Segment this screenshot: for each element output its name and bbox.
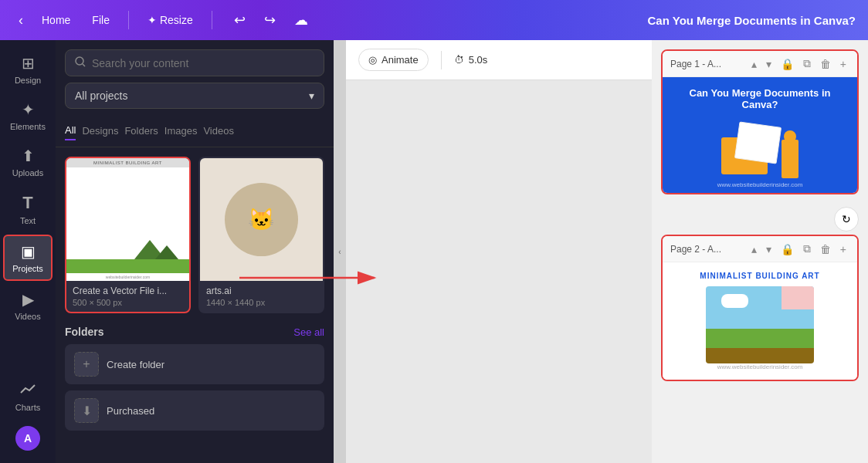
grid-item-1[interactable]: MINIMALIST BUILDING ART websitebuilderin… [65,157,191,313]
text-icon: T [22,193,32,213]
duration-display[interactable]: ⏱ 5.0s [454,54,488,66]
purchased-item[interactable]: ⬇ Purchased [65,390,324,431]
page-card-2: Page 2 - A... ▴ ▾ 🔒 ⧉ 🗑 + MINIMALIST BUI… [661,235,859,381]
file-button[interactable]: File [83,9,119,31]
purchased-label: Purchased [107,405,154,417]
arrow-overlay [346,247,386,309]
page1-add-button[interactable]: + [837,56,849,72]
page1-illustration [721,118,798,184]
page-card-1: Page 1 - A... ▴ ▾ 🔒 ⧉ 🗑 + Can You Merge … [661,49,859,194]
purchased-icon: ⬇ [74,398,99,423]
search-input[interactable] [92,57,314,69]
filter-tabs: All Designs Folders Images Videos [56,115,334,147]
page1-footer-url: www.websitebuilderinsider.com [717,181,803,188]
page1-thumbnail: Can You Merge Documents in Canva? www.we… [663,77,857,193]
page1-chevron-up[interactable]: ▴ [748,56,760,72]
sidebar-item-charts[interactable]: Charts [3,376,53,418]
svg-point-0 [76,57,83,65]
page1-title: Page 1 - A... [670,59,721,69]
left-panel: All projects ▾ All Designs Folders Image… [56,40,334,463]
grid-item-2[interactable]: 🐱 arts.ai 1440 × 1440 px [198,157,324,313]
back-button[interactable]: ‹ [12,9,29,32]
page-card-header-1: Page 1 - A... ▴ ▾ 🔒 ⧉ 🗑 + [663,51,857,77]
refresh-area: ↻ [661,207,859,231]
grid-item-thumb-2: 🐱 [200,158,323,281]
grid-item-info-2: arts.ai 1440 × 1440 px [200,281,323,312]
page2-title: Page 2 - A... [670,244,721,255]
topbar-left: ‹ Home File ✦ Resize ↩ ↪ ☁ [12,8,314,32]
sidebar-item-uploads[interactable]: ⬆ Uploads [3,140,53,184]
tab-folders[interactable]: Folders [124,122,158,140]
sidebar-item-videos[interactable]: ▶ Videos [3,284,53,327]
tab-images[interactable]: Images [164,122,198,140]
search-area: All projects ▾ [56,40,334,115]
page2-chevron-up[interactable]: ▴ [748,242,760,257]
tab-videos[interactable]: Videos [203,122,234,140]
grid-item-name-1: Create a Vector File i... [73,286,183,296]
page1-lock-button[interactable]: 🔒 [778,56,797,72]
pages-panel: Page 1 - A... ▴ ▾ 🔒 ⧉ 🗑 + Can You Merge … [652,40,868,463]
create-folder-label: Create folder [107,359,164,370]
clock-icon: ⏱ [454,54,464,66]
upload-cloud-button[interactable]: ☁ [288,8,314,32]
projects-icon: ▣ [21,242,36,261]
create-folder-item[interactable]: + Create folder [65,344,324,384]
sidebar-item-text[interactable]: T Text [3,187,53,231]
tab-designs[interactable]: Designs [82,122,118,140]
ml-pink [782,286,814,309]
grid-items: MINIMALIST BUILDING ART websitebuilderin… [65,157,324,313]
page2-copy-button[interactable]: ⧉ [800,241,814,257]
grid-item-size-1: 500 × 500 px [73,298,183,307]
folders-section: Folders See all + Create folder ⬇ Purcha… [65,326,324,437]
grid-item-info-1: Create a Vector File i... 500 × 500 px [66,281,189,312]
page1-actions: ▴ ▾ 🔒 ⧉ 🗑 + [748,56,849,72]
page2-add-button[interactable]: + [837,242,849,257]
animate-button[interactable]: ◎ Animate [358,49,429,71]
canvas-area: ◎ Animate ⏱ 5.0s [346,40,652,463]
undo-button[interactable]: ↩ [228,8,252,32]
videos-icon: ▶ [22,290,34,309]
page2-chevron-down[interactable]: ▾ [763,242,775,257]
content-grid: MINIMALIST BUILDING ART websitebuilderin… [56,147,334,463]
page1-delete-button[interactable]: 🗑 [817,56,834,72]
page1-copy-button[interactable]: ⧉ [800,56,814,72]
sidebar-icons: ⊞ Design ✦ Elements ⬆ Uploads T Text ▣ P… [0,40,56,463]
collapse-icon: ‹ [338,248,341,256]
home-button[interactable]: Home [32,9,80,31]
animate-icon: ◎ [368,54,377,66]
sidebar-item-elements[interactable]: ✦ Elements [3,94,53,137]
see-all-link[interactable]: See all [293,326,324,338]
project-dropdown[interactable]: All projects ▾ [65,83,324,109]
main-content: ⊞ Design ✦ Elements ⬆ Uploads T Text ▣ P… [0,40,868,463]
folders-title: Folders [65,326,104,338]
resize-button[interactable]: ✦ Resize [138,9,202,31]
page-card-header-2: Page 2 - A... ▴ ▾ 🔒 ⧉ 🗑 + [663,236,857,262]
topbar: ‹ Home File ✦ Resize ↩ ↪ ☁ Can You Merge… [0,0,868,40]
sidebar-label-videos: Videos [15,312,40,321]
canvas-content [346,80,652,463]
sidebar-item-projects[interactable]: ▣ Projects [3,235,53,281]
user-avatar[interactable]: A [15,426,40,451]
sidebar-item-design[interactable]: ⊞ Design [3,48,53,91]
page2-lock-button[interactable]: 🔒 [778,242,797,257]
collapse-handle[interactable]: ‹ [334,40,346,463]
redo-button[interactable]: ↪ [258,8,282,32]
divider2 [212,11,212,29]
page2-delete-button[interactable]: 🗑 [817,242,834,257]
ml-ground [706,348,814,363]
ml-cloud [721,294,748,308]
page1-chevron-down[interactable]: ▾ [763,56,775,72]
search-icon [75,56,86,69]
sidebar-label-charts: Charts [15,403,40,412]
sidebar-label-text: Text [20,216,36,225]
page2-thumb-title: MINIMALIST BUILDING ART [700,272,819,280]
toolbar-divider [441,51,442,69]
topbar-actions: ↩ ↪ ☁ [228,8,314,32]
sidebar-label-projects: Projects [12,264,43,273]
charts-icon [19,382,36,400]
page1-thumb-title: Can You Merge Documents in Canva? [672,87,848,110]
search-box[interactable] [65,49,324,76]
tab-all[interactable]: All [65,121,76,140]
resize-icon: ✦ [147,14,157,26]
refresh-button[interactable]: ↻ [834,207,859,231]
